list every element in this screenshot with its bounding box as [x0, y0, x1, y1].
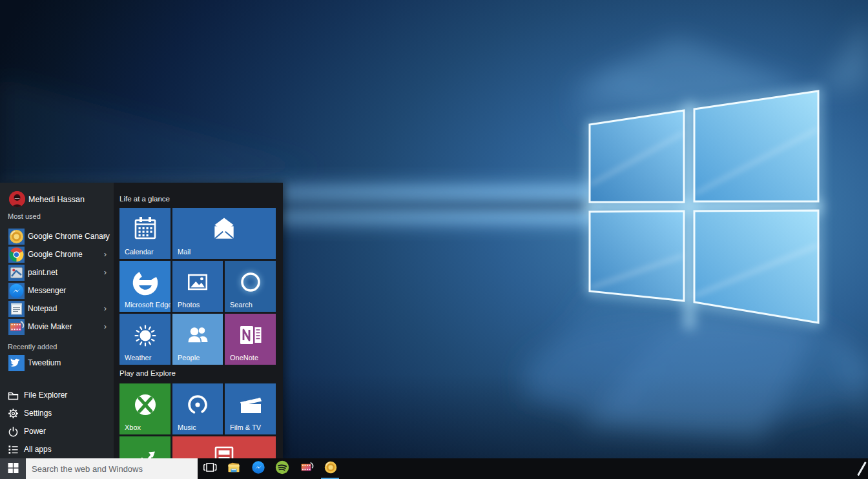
tile-onenote[interactable]: OneNote [225, 314, 276, 365]
user-avatar [9, 191, 25, 207]
tile-people[interactable]: People [172, 314, 223, 365]
gear-icon [8, 408, 19, 419]
folder-icon [8, 390, 19, 401]
start-menu: Mehedi Hassan Most used Google Chrome Ca… [0, 183, 283, 458]
start-menu-left-panel: Mehedi Hassan Most used Google Chrome Ca… [0, 183, 114, 458]
file-explorer-taskbar-button[interactable] [222, 458, 245, 479]
chrome-canary-taskbar-button[interactable] [318, 458, 342, 479]
paintnet-icon [8, 265, 25, 281]
tile-xbox[interactable]: Xbox [119, 383, 170, 434]
power-button[interactable]: Power [0, 422, 114, 440]
power-icon [8, 426, 19, 437]
windows-logo-icon [8, 462, 19, 476]
most-used-header: Most used [8, 212, 41, 220]
tile-calendar[interactable]: Calendar [119, 208, 170, 259]
messenger-icon [251, 460, 265, 477]
movie-maker-icon [8, 319, 25, 335]
group-title-play-and-explore: Play and Explore [119, 369, 176, 377]
expand-chevron-icon[interactable]: › [104, 245, 107, 263]
spotify-taskbar-button[interactable] [270, 458, 294, 479]
expand-chevron-icon[interactable]: › [104, 227, 107, 245]
messenger-taskbar-button[interactable] [246, 458, 270, 479]
tile-search[interactable]: Search [225, 261, 276, 312]
app-item-movie-maker[interactable]: Movie Maker › [0, 318, 114, 336]
tile-photos[interactable]: Photos [172, 261, 223, 312]
expand-chevron-icon[interactable]: › [104, 263, 107, 281]
tile-weather[interactable]: Weather [119, 314, 170, 365]
app-item-notepad[interactable]: Notepad › [0, 300, 114, 318]
desktop: Mehedi Hassan Most used Google Chrome Ca… [0, 0, 868, 479]
task-view-button[interactable] [198, 458, 222, 479]
user-account-button[interactable]: Mehedi Hassan [0, 190, 114, 209]
app-item-paintnet[interactable]: paint.net › [0, 263, 114, 281]
spotify-icon [275, 460, 289, 477]
user-name: Mehedi Hassan [28, 190, 85, 209]
chrome-canary-icon [324, 460, 338, 477]
tweetium-bird-icon [8, 355, 25, 371]
start-button[interactable] [0, 458, 26, 479]
tile-microsoft-edge[interactable]: Microsoft Edge [119, 261, 170, 312]
group-title-life-at-a-glance: Life at a glance [119, 195, 170, 203]
all-apps-button[interactable]: All apps [0, 440, 114, 458]
app-item-tweetium[interactable]: Tweetium [0, 354, 114, 372]
notepad-icon [8, 301, 25, 317]
chrome-icon [8, 247, 25, 263]
file-explorer-button[interactable]: File Explorer [0, 386, 114, 404]
app-item-messenger[interactable]: Messenger [0, 281, 114, 300]
task-view-icon [203, 460, 217, 477]
taskbar-search [26, 458, 198, 479]
tile-music[interactable]: Music [172, 383, 223, 434]
app-item-google-chrome[interactable]: Google Chrome › [0, 245, 114, 263]
messenger-icon [8, 283, 25, 299]
taskbar [0, 458, 868, 479]
movie-maker-taskbar-button[interactable] [294, 458, 318, 479]
tile-mail[interactable]: Mail [172, 208, 276, 259]
app-item-google-chrome-canary[interactable]: Google Chrome Canary › [0, 227, 114, 245]
all-apps-icon [8, 444, 19, 455]
settings-button[interactable]: Settings [0, 404, 114, 422]
movie-maker-icon [300, 460, 314, 477]
recently-added-header: Recently added [8, 343, 57, 351]
expand-chevron-icon[interactable]: › [104, 300, 107, 318]
tile-film-and-tv[interactable]: Film & TV [225, 383, 276, 434]
expand-chevron-icon[interactable]: › [104, 318, 107, 336]
search-input[interactable] [26, 458, 198, 479]
file-explorer-icon [227, 460, 241, 477]
chrome-canary-icon [8, 229, 25, 245]
